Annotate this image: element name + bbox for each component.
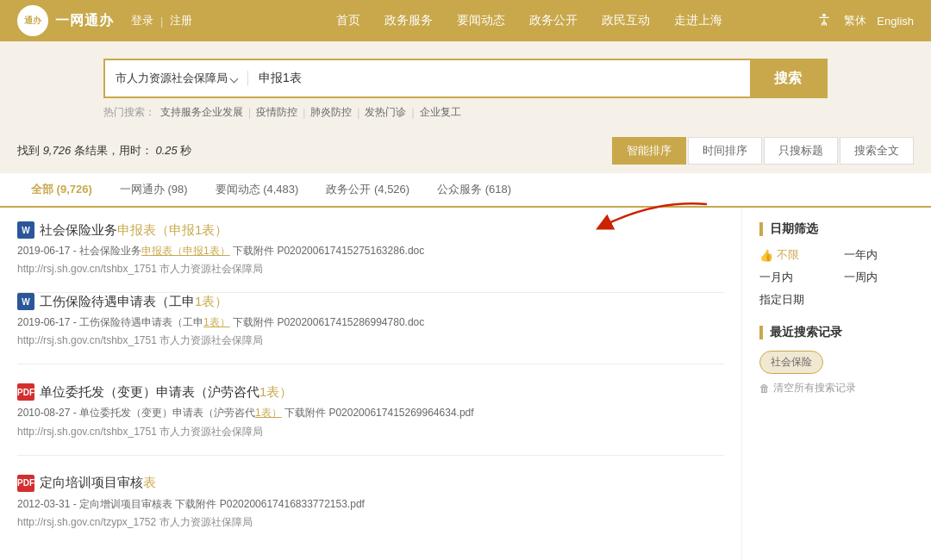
tab-all[interactable]: 全部 (9,726) bbox=[17, 173, 106, 208]
date-filter-title: 日期筛选 bbox=[759, 221, 914, 237]
category-tabs: 全部 (9,726) 一网通办 (98) 要闻动态 (4,483) 政务公开 (… bbox=[0, 173, 931, 208]
date-filter-options: 👍 不限 一年内 一月内 一周内 指定日期 bbox=[759, 247, 914, 308]
svg-point-0 bbox=[823, 14, 827, 17]
result-link[interactable]: 表 bbox=[143, 475, 156, 489]
result-link[interactable]: 1表） bbox=[195, 294, 228, 308]
nav-public[interactable]: 政务公开 bbox=[529, 13, 578, 28]
search-box: 市人力资源社会保障局 搜索 bbox=[103, 59, 828, 98]
date-filter-section: 日期筛选 👍 不限 一年内 一月内 一周内 指定日期 bbox=[759, 221, 914, 308]
search-area: 市人力资源社会保障局 搜索 热门搜索： 支持服务企业发展 | 疫情防控 | 肺炎… bbox=[0, 41, 931, 128]
result-title: PDF 单位委托发（变更）申请表（沪劳咨代1表） bbox=[17, 383, 724, 401]
result-url: http://rsj.sh.gov.cn/tshbx_1751 市人力资源社会保… bbox=[17, 262, 724, 277]
hot-item-1[interactable]: 支持服务企业发展 bbox=[160, 105, 243, 120]
result-url: http://rsj.sh.gov.cn/tshbx_1751 市人力资源社会保… bbox=[17, 425, 724, 439]
tab-gov-public[interactable]: 政务公开 (4,526) bbox=[312, 173, 423, 206]
recent-search-title: 最近搜索记录 bbox=[759, 325, 914, 340]
clear-history-button[interactable]: 🗑 清空所有搜索记录 bbox=[759, 381, 914, 395]
result-snippet: 2010-08-27 - 单位委托发（变更）申请表（沪劳咨代1表） 下载附件 P… bbox=[17, 405, 724, 421]
result-snippet: 2019-06-17 - 社会保险业务申报表（申报1表） 下载附件 P02020… bbox=[17, 243, 724, 259]
nav-news[interactable]: 要闻动态 bbox=[457, 13, 505, 28]
hot-item-2[interactable]: 疫情防控 bbox=[256, 105, 297, 120]
nav-home[interactable]: 首页 bbox=[336, 13, 360, 28]
result-url: http://rsj.sh.gov.cn/tshbx_1751 市人力资源社会保… bbox=[17, 333, 724, 348]
main-nav: 首页 政务服务 要闻动态 政务公开 政民互动 走进上海 bbox=[244, 13, 815, 28]
result-snippet: 2012-03-31 - 定向增训项目审核表 下载附件 P02020061741… bbox=[17, 496, 724, 513]
register-link[interactable]: 注册 bbox=[170, 13, 192, 28]
search-button[interactable]: 搜索 bbox=[750, 59, 826, 98]
pdf-icon: PDF bbox=[17, 475, 34, 492]
lang-tc[interactable]: 繁休 bbox=[844, 13, 866, 28]
result-title: PDF 定向培训项目审核表 bbox=[17, 475, 724, 492]
header-divider: | bbox=[160, 15, 163, 28]
sort-smart[interactable]: 智能排序 bbox=[612, 137, 686, 165]
snippet-link[interactable]: 申报表（申报1表） bbox=[141, 245, 230, 257]
search-input[interactable] bbox=[248, 72, 750, 85]
date-option-custom[interactable]: 指定日期 bbox=[759, 292, 914, 308]
logo-text: 一网通办 bbox=[55, 12, 114, 30]
word-icon: W bbox=[17, 221, 34, 239]
sort-buttons: 智能排序 时间排序 只搜标题 搜索全文 bbox=[612, 137, 914, 165]
result-link[interactable]: 申报表（申报1表） bbox=[117, 222, 228, 237]
recent-search-section: 最近搜索记录 社会保险 🗑 清空所有搜索记录 bbox=[759, 325, 914, 395]
sort-title-only[interactable]: 只搜标题 bbox=[764, 137, 838, 165]
hot-item-3[interactable]: 肺炎防控 bbox=[310, 105, 352, 120]
result-link[interactable]: 1表） bbox=[259, 384, 292, 399]
nav-interaction[interactable]: 政民互动 bbox=[602, 13, 650, 28]
result-item: PDF 定向培训项目审核表 2012-03-31 - 定向增训项目审核表 下载附… bbox=[17, 475, 724, 545]
nav-shanghai[interactable]: 走进上海 bbox=[674, 13, 722, 28]
result-title: W 社会保险业务申报表（申报1表） bbox=[17, 221, 724, 239]
sort-fulltext[interactable]: 搜索全文 bbox=[840, 137, 914, 165]
result-item: PDF 单位委托发（变更）申请表（沪劳咨代1表） 2010-08-27 - 单位… bbox=[17, 383, 724, 455]
hot-search-label: 热门搜索： bbox=[103, 105, 155, 120]
sidebar: 日期筛选 👍 不限 一年内 一月内 一周内 指定日期 最近搜索记录 bbox=[741, 208, 931, 560]
header: 通办 一网通办 登录 | 注册 首页 政务服务 要闻动态 政务公开 政民互动 走… bbox=[0, 0, 931, 41]
result-bar: 找到 9,726 条结果，用时： 0.25 秒 智能排序 时间排序 只搜标题 搜… bbox=[0, 128, 931, 173]
date-option-month[interactable]: 一月内 bbox=[759, 270, 830, 285]
nav-services[interactable]: 政务服务 bbox=[384, 13, 433, 28]
main-content: W 社会保险业务申报表（申报1表） 2019-06-17 - 社会保险业务申报表… bbox=[0, 208, 931, 560]
chevron-down-icon bbox=[230, 74, 239, 83]
trash-icon: 🗑 bbox=[759, 383, 770, 395]
login-link[interactable]: 登录 bbox=[131, 13, 153, 28]
recent-tags: 社会保险 bbox=[759, 351, 914, 381]
snippet-link[interactable]: 1表） bbox=[255, 407, 282, 419]
tab-news[interactable]: 要闻动态 (4,483) bbox=[202, 173, 313, 206]
result-number: 9,726 bbox=[43, 144, 74, 157]
result-item: W 社会保险业务申报表（申报1表） 2019-06-17 - 社会保险业务申报表… bbox=[17, 221, 724, 293]
results-list: W 社会保险业务申报表（申报1表） 2019-06-17 - 社会保险业务申报表… bbox=[0, 208, 741, 560]
word-icon: W bbox=[17, 293, 34, 310]
result-snippet: 2019-06-17 - 工伤保险待遇申请表（工申1表） 下载附件 P02020… bbox=[17, 314, 724, 331]
recent-tag[interactable]: 社会保险 bbox=[759, 351, 823, 374]
date-option-unlimited[interactable]: 👍 不限 bbox=[759, 247, 830, 263]
logo-icon: 通办 bbox=[17, 5, 48, 36]
hot-item-4[interactable]: 发热门诊 bbox=[365, 105, 406, 120]
pdf-icon: PDF bbox=[17, 383, 34, 401]
result-time: 0.25 bbox=[155, 144, 177, 157]
sort-time[interactable]: 时间排序 bbox=[688, 137, 762, 165]
logo: 通办 一网通办 bbox=[17, 5, 114, 36]
accessibility-icon[interactable] bbox=[815, 11, 834, 30]
result-url: http://rsj.sh.gov.cn/tzypx_1752 市人力资源社保障… bbox=[17, 515, 724, 530]
hot-search: 热门搜索： 支持服务企业发展 | 疫情防控 | 肺炎防控 | 发热门诊 | 企业… bbox=[103, 105, 828, 120]
date-option-week[interactable]: 一周内 bbox=[844, 270, 915, 285]
header-right: 繁休 English bbox=[815, 11, 914, 30]
dept-selector[interactable]: 市人力资源社会保障局 bbox=[105, 71, 248, 86]
result-count: 找到 9,726 条结果，用时： 0.25 秒 bbox=[17, 143, 191, 159]
tab-portal[interactable]: 一网通办 (98) bbox=[106, 173, 202, 206]
tab-public-service[interactable]: 公众服务 (618) bbox=[423, 173, 525, 206]
thumbs-up-icon: 👍 bbox=[759, 249, 773, 262]
snippet-link[interactable]: 1表） bbox=[203, 316, 230, 328]
hot-item-5[interactable]: 企业复工 bbox=[420, 105, 461, 120]
result-title: W 工伤保险待遇申请表（工申1表） bbox=[17, 293, 724, 310]
result-item: W 工伤保险待遇申请表（工申1表） 2019-06-17 - 工伤保险待遇申请表… bbox=[17, 293, 724, 364]
lang-en[interactable]: English bbox=[877, 15, 914, 28]
date-option-year[interactable]: 一年内 bbox=[844, 247, 915, 263]
